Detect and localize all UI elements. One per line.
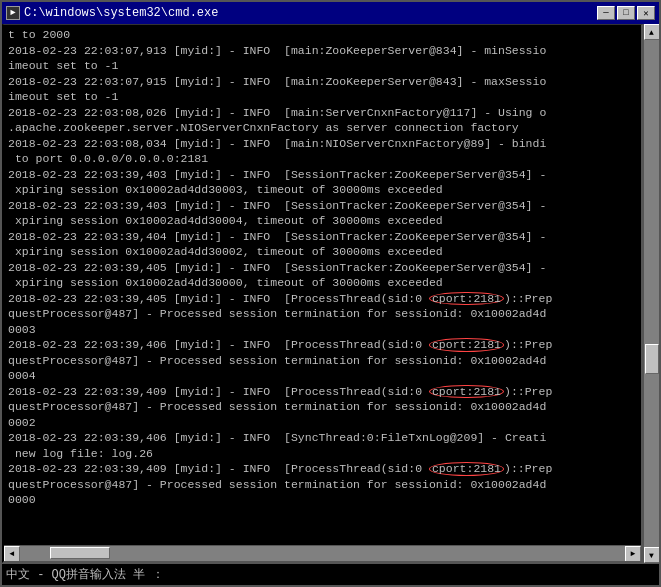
hscroll-left-button[interactable]: ◄ — [4, 546, 20, 562]
cmd-window: ► C:\windows\system32\cmd.exe ─ □ ✕ t to… — [0, 0, 661, 587]
hscroll-track[interactable] — [20, 546, 625, 562]
hscroll-thumb[interactable] — [50, 547, 110, 559]
port-highlight: cport:2181 — [429, 385, 504, 399]
port-highlight: cport:2181 — [429, 338, 504, 352]
minimize-button[interactable]: ─ — [597, 6, 615, 20]
port-highlight: cport:2181 — [429, 462, 504, 476]
hscroll-right-button[interactable]: ► — [625, 546, 641, 562]
status-text: 中文 - QQ拼音输入法 半 ： — [6, 566, 164, 583]
title-bar-left: ► C:\windows\system32\cmd.exe — [6, 6, 218, 20]
status-bar: 中文 - QQ拼音输入法 半 ： — [2, 563, 659, 585]
window-title: C:\windows\system32\cmd.exe — [24, 6, 218, 20]
maximize-button[interactable]: □ — [617, 6, 635, 20]
vscroll-thumb[interactable] — [645, 344, 659, 374]
window-controls: ─ □ ✕ — [597, 6, 655, 20]
close-button[interactable]: ✕ — [637, 6, 655, 20]
vscroll-down-button[interactable]: ▼ — [644, 547, 660, 563]
vscroll-track[interactable] — [644, 40, 660, 547]
title-bar: ► C:\windows\system32\cmd.exe ─ □ ✕ — [2, 2, 659, 24]
horizontal-scrollbar[interactable]: ◄ ► — [4, 545, 641, 561]
window-icon: ► — [6, 6, 20, 20]
vscroll-up-button[interactable]: ▲ — [644, 24, 660, 40]
console-output: t to 2000 2018-02-23 22:03:07,913 [myid:… — [4, 25, 641, 545]
vertical-scrollbar[interactable]: ▲ ▼ — [643, 24, 659, 563]
console-body: t to 2000 2018-02-23 22:03:07,913 [myid:… — [2, 24, 643, 563]
port-highlight: cport:2181 — [429, 292, 504, 306]
